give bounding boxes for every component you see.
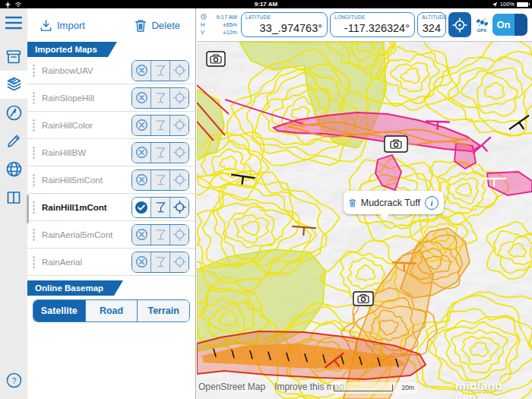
visibility-toggle-button[interactable]: [132, 61, 150, 81]
visibility-toggle-button[interactable]: [132, 116, 150, 135]
gps-toggle-knob: [515, 14, 527, 36]
opacity-button[interactable]: [150, 88, 169, 108]
opacity-button[interactable]: [150, 252, 169, 272]
drag-handle-icon[interactable]: [33, 173, 35, 186]
zoom-to-layer-button[interactable]: [169, 170, 188, 190]
zoom-to-layer-button[interactable]: [169, 143, 188, 163]
drag-handle-icon[interactable]: [33, 64, 35, 77]
opacity-button[interactable]: [150, 170, 169, 190]
layers-icon: [5, 76, 23, 93]
camera-marker[interactable]: [353, 292, 373, 306]
battery-icon: [517, 2, 528, 7]
midland-valley-watermark: midland valley: [455, 379, 532, 399]
basemap-option-terrain[interactable]: Terrain: [137, 300, 189, 321]
imported-maps-header: Imported Maps: [27, 42, 117, 57]
altitude-field[interactable]: ALTITUDE 324: [417, 12, 446, 37]
opacity-button[interactable]: [150, 116, 169, 135]
map-canvas[interactable]: Mudcrack Tuff i OpenStreet Map Improve t…: [197, 42, 532, 399]
basemap-segmented-control: SatelliteRoadTerrain: [33, 299, 190, 322]
altitude-label: ALTITUDE: [422, 14, 447, 20]
zoom-to-layer-button[interactable]: [169, 252, 188, 272]
latitude-label: LATITUDE: [245, 14, 271, 20]
visibility-toggle-button[interactable]: [132, 252, 150, 272]
drag-handle-icon[interactable]: [33, 146, 35, 159]
zoom-to-layer-button[interactable]: [169, 61, 188, 81]
zoom-to-layer-button[interactable]: [169, 88, 188, 108]
camera-marker[interactable]: [385, 136, 407, 152]
visibility-toggle-button[interactable]: [132, 198, 150, 217]
map-layer-row[interactable]: RainAerial5mCont: [27, 221, 195, 249]
v-accuracy-label: V: [201, 29, 204, 36]
map-layer-name: RainHillColor: [42, 121, 131, 130]
sidebar-item-notes[interactable]: [0, 127, 27, 155]
sidebar-item-project[interactable]: [0, 43, 27, 71]
opacity-button[interactable]: [150, 61, 169, 81]
globe-icon: [5, 160, 23, 178]
camera-marker[interactable]: [207, 52, 225, 66]
map-attribution: OpenStreet Map: [198, 382, 265, 392]
scale-bar: 20m: [331, 382, 417, 394]
archive-box-icon: [5, 49, 22, 65]
map-layer-row[interactable]: RainbowUAV: [27, 57, 195, 84]
callout-delete-icon[interactable]: [349, 197, 356, 209]
longitude-field[interactable]: LONGITUDE -117.326324°: [330, 12, 415, 37]
center-location-button[interactable]: [448, 12, 471, 37]
layer-controls: [131, 142, 189, 163]
sidebar-item-compass[interactable]: [0, 99, 27, 127]
map-layer-row[interactable]: RainHillColor: [27, 112, 195, 139]
callout-label: Mudcrack Tuff: [361, 198, 420, 208]
delete-button[interactable]: Delete: [135, 19, 180, 32]
visibility-toggle-button[interactable]: [132, 88, 150, 108]
status-time: 9:17 AM: [0, 1, 532, 8]
import-button[interactable]: Import: [40, 19, 85, 32]
gps-toggle[interactable]: On: [492, 14, 527, 36]
map-layer-name: RainAerial5mCont: [42, 230, 131, 239]
map-layer-row[interactable]: RainHill5mCont: [27, 166, 195, 194]
drag-handle-icon[interactable]: [33, 228, 35, 241]
basemap-option-satellite[interactable]: Satellite: [33, 300, 85, 321]
visibility-toggle-button[interactable]: [132, 170, 150, 190]
sidebar-item-web[interactable]: [0, 155, 27, 183]
altitude-value: 324: [423, 22, 441, 34]
drag-handle-icon[interactable]: [33, 119, 35, 131]
zoom-to-layer-button[interactable]: [169, 225, 188, 245]
map-layer-row[interactable]: RainHill1mCont: [27, 194, 195, 221]
gps-time: 9:17 AM: [216, 14, 237, 21]
map-layer-row[interactable]: RainHillBW: [27, 139, 195, 166]
drag-handle-icon[interactable]: [33, 201, 35, 214]
import-label: Import: [57, 20, 85, 31]
visibility-toggle-button[interactable]: [132, 225, 150, 245]
v-accuracy-value: ±12m: [223, 29, 237, 36]
opacity-button[interactable]: [150, 225, 169, 245]
layer-controls: [131, 87, 189, 109]
latitude-value: 33_.974763°: [260, 22, 322, 34]
menu-button[interactable]: [0, 8, 27, 36]
gps-accuracy-readout: 9:17 AM H±65m V±12m: [199, 14, 239, 36]
basemap-option-road[interactable]: Road: [85, 300, 138, 321]
layer-controls: [131, 169, 189, 191]
callout-info-button[interactable]: i: [425, 196, 439, 210]
visibility-toggle-button[interactable]: [132, 143, 150, 163]
help-button[interactable]: ?: [0, 372, 27, 388]
drag-handle-icon[interactable]: [33, 255, 35, 268]
opacity-button[interactable]: [150, 198, 169, 217]
zoom-to-layer-button[interactable]: [169, 198, 188, 217]
scale-bracket: [334, 385, 393, 391]
sidebar-item-layers[interactable]: [0, 71, 27, 99]
gps-label: GPS: [477, 28, 487, 33]
online-basemap-header: Online Basemap: [27, 280, 123, 296]
map-layer-row[interactable]: RainSlopeHill: [27, 84, 195, 112]
map-layer-row[interactable]: RainAerial: [27, 249, 195, 276]
opacity-button[interactable]: [150, 143, 169, 163]
zoom-to-layer-button[interactable]: [169, 116, 188, 135]
list-scrollbar[interactable]: [27, 195, 29, 223]
ios-status-bar: 9:17 AM 100%: [0, 0, 532, 8]
map-layer-name: RainSlopeHill: [42, 93, 131, 103]
latitude-field[interactable]: LATITUDE 33_.974763°: [241, 12, 328, 37]
sidebar-item-notebook[interactable]: [0, 183, 27, 211]
drag-handle-icon[interactable]: [33, 91, 35, 104]
map-layer-name: RainHillBW: [42, 148, 131, 157]
sidebar: ?: [0, 8, 27, 399]
layer-controls: [131, 115, 189, 136]
trash-icon: [135, 19, 147, 32]
